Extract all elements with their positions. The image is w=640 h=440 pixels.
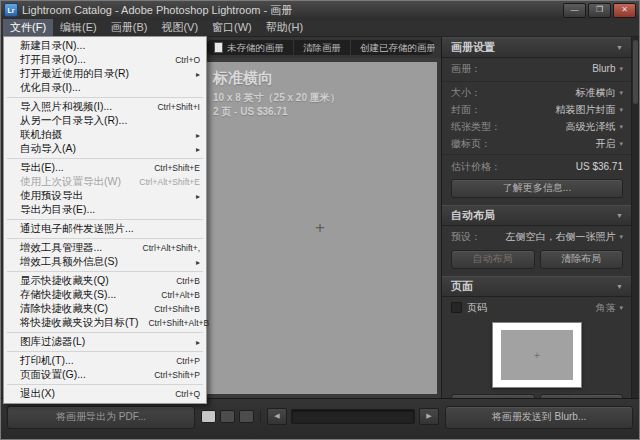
menu-item-email-photos[interactable]: 通过电子邮件发送照片... (4, 222, 206, 236)
prev-page-button[interactable]: ◀ (267, 408, 287, 425)
menu-item-plugin-extras[interactable]: 增效工具额外信息(S) ▸ (4, 255, 206, 269)
auto-layout-button[interactable]: 自动布局 (451, 250, 535, 269)
preset-select[interactable]: 左侧空白，右侧一张照片 (505, 230, 615, 243)
book-select[interactable]: Blurb (592, 62, 615, 75)
window-title: Lightroom Catalog - Adobe Photoshop Ligh… (22, 3, 559, 18)
menu-help[interactable]: 帮助(H) (259, 19, 310, 36)
panel-header-auto-layout[interactable]: 自动布局 ▼ (442, 205, 632, 226)
menu-item-import-from-catalog[interactable]: 从另一个目录导入(R)... (4, 114, 206, 128)
menu-edit[interactable]: 编辑(E) (53, 19, 104, 36)
size-select[interactable]: 标准横向 (575, 86, 615, 99)
menu-item-exit[interactable]: 退出(X) Ctrl+Q (4, 387, 206, 401)
titlebar: Lr Lightroom Catalog - Adobe Photoshop L… (1, 1, 639, 20)
menu-separator (7, 219, 203, 220)
multi-page-view-icon[interactable] (201, 410, 216, 423)
menu-item-label: 自动导入(A) (20, 142, 76, 156)
menu-item-show-quick-collection[interactable]: 显示快捷收藏夹(Q) Ctrl+B (4, 274, 206, 288)
estimated-price-value: US $36.71 (576, 160, 623, 173)
menu-item-label: 优化目录(I)... (20, 81, 81, 95)
cover-label: 封面： (451, 103, 481, 116)
book-page-spread[interactable]: 标准横向 10 x 8 英寸（25 x 20 厘米） 2 页 - US $36.… (203, 62, 437, 394)
unsaved-book-tab[interactable]: 未存储的画册 (205, 40, 293, 55)
unsaved-book-label: 未存储的画册 (227, 40, 284, 55)
menu-item-label: 打印机(T)... (20, 354, 74, 368)
menu-item-label: 导出为目录(E)... (20, 203, 95, 217)
estimated-price-label: 估计价格： (451, 160, 501, 173)
panel-title: 自动布局 (451, 208, 495, 223)
window-controls: — ❐ ✕ (563, 3, 636, 18)
menu-item-label: 使用预设导出 (20, 189, 83, 203)
menu-item-save-quick-collection[interactable]: 存储快捷收藏夹(S)... Ctrl+Alt+B (4, 288, 206, 302)
logo-page-select[interactable]: 开启 (595, 137, 615, 150)
menu-item-clear-quick-collection[interactable]: 清除快捷收藏夹(C) Ctrl+Shift+B (4, 302, 206, 316)
paper-type-select[interactable]: 高级光泽纸 (565, 120, 615, 133)
collapse-triangle-icon: ▼ (616, 212, 623, 219)
book-toolbar: 未存储的画册 清除画册 创建已存储的画册 (198, 37, 442, 59)
cover-select[interactable]: 精装图片封面 (555, 103, 615, 116)
menu-item-optimize-catalog[interactable]: 优化目录(I)... (4, 81, 206, 95)
panel-header-page[interactable]: 页面 ▼ (442, 276, 632, 297)
export-pdf-button[interactable]: 将画册导出为 PDF... (7, 406, 195, 429)
dropdown-arrow-icon: ▾ (619, 103, 623, 116)
page-thumbnail[interactable]: + (492, 322, 582, 388)
menu-file[interactable]: 文件(F) (3, 19, 53, 36)
page-scrubber[interactable] (291, 409, 415, 424)
page-number-checkbox[interactable] (451, 302, 462, 313)
menu-item-export-with-preset[interactable]: 使用预设导出 ▸ (4, 189, 206, 203)
menu-item-label: 增效工具管理器... (20, 241, 102, 255)
menu-item-auto-import[interactable]: 自动导入(A) ▸ (4, 142, 206, 156)
menu-shortcut: Ctrl+P (166, 356, 200, 366)
menu-book[interactable]: 画册(B) (104, 19, 155, 36)
book-label: 画册： (451, 62, 481, 75)
menu-item-label: 打开最近使用的目录(R) (20, 67, 129, 81)
right-panel: 画册设置 ▼ 画册： Blurb ▾ 大小： 标准横向 ▾ 封面： 精装图片封面… (441, 37, 639, 399)
clear-layout-button[interactable]: 清除布局 (540, 250, 624, 269)
submenu-arrow-icon: ▸ (196, 258, 200, 267)
dropdown-arrow-icon: ▾ (619, 230, 623, 243)
menu-item-import-photos[interactable]: 导入照片和视频(I)... Ctrl+Shift+I (4, 100, 206, 114)
clear-book-button[interactable]: 清除画册 (293, 40, 350, 55)
menu-shortcut: Ctrl+Shift+I (147, 102, 200, 112)
menu-shortcut: Ctrl+Alt+Shift+, (133, 243, 200, 253)
menu-item-open-recent[interactable]: 打开最近使用的目录(R) ▸ (4, 67, 206, 81)
menu-item-tethered-capture[interactable]: 联机拍摄 ▸ (4, 128, 206, 142)
menu-item-label: 将快捷收藏夹设为目标(T) (20, 316, 138, 330)
close-button[interactable]: ✕ (613, 3, 636, 18)
single-page-view-icon[interactable] (239, 410, 254, 423)
menu-item-label: 增效工具额外信息(S) (20, 255, 118, 269)
create-saved-book-button[interactable]: 创建已存储的画册 (350, 40, 435, 55)
menu-separator (7, 351, 203, 352)
menu-item-page-setup[interactable]: 页面设置(G)... Ctrl+Shift+P (4, 368, 206, 382)
minimize-button[interactable]: — (563, 3, 586, 18)
menu-view[interactable]: 视图(V) (154, 19, 205, 36)
panel-header-book-settings[interactable]: 画册设置 ▼ (442, 37, 632, 58)
menu-item-export-as-catalog[interactable]: 导出为目录(E)... (4, 203, 206, 217)
spread-view-icon[interactable] (220, 410, 235, 423)
menu-item-plugin-manager[interactable]: 增效工具管理器... Ctrl+Alt+Shift+, (4, 241, 206, 255)
book-dimensions: 10 x 8 英寸（25 x 20 厘米） (213, 91, 340, 105)
menu-item-new-catalog[interactable]: 新建目录(N)... (4, 39, 206, 53)
menu-item-printer[interactable]: 打印机(T)... Ctrl+P (4, 354, 206, 368)
menu-shortcut: Ctrl+Alt+Shift+E (129, 177, 200, 187)
corner-select[interactable]: 角落 (595, 301, 615, 314)
menu-item-set-quick-collection-target[interactable]: 将快捷收藏夹设为目标(T) Ctrl+Shift+Alt+B (4, 316, 206, 330)
page-info: 标准横向 10 x 8 英寸（25 x 20 厘米） 2 页 - US $36.… (213, 69, 340, 119)
page-thumbnail-area: + (442, 316, 632, 391)
menu-separator (7, 271, 203, 272)
dropdown-arrow-icon: ▾ (619, 137, 623, 150)
menu-item-open-catalog[interactable]: 打开目录(O)... Ctrl+O (4, 53, 206, 67)
page-thumbnail-inner: + (501, 330, 573, 380)
menu-item-export[interactable]: 导出(E)... Ctrl+Shift+E (4, 161, 206, 175)
next-page-button[interactable]: ▶ (419, 408, 439, 425)
menu-item-label: 页面设置(G)... (20, 368, 86, 382)
learn-more-button[interactable]: 了解更多信息... (451, 179, 623, 198)
send-to-blurb-button[interactable]: 将画册发送到 Blurb... (445, 406, 633, 429)
scrollbar-thumb[interactable] (633, 40, 638, 104)
submenu-arrow-icon: ▸ (196, 131, 200, 140)
menu-item-library-filters[interactable]: 图库过滤器(L) ▸ (4, 335, 206, 349)
book-preview: 标准横向 10 x 8 英寸（25 x 20 厘米） 2 页 - US $36.… (198, 58, 442, 399)
menu-window[interactable]: 窗口(W) (205, 19, 259, 36)
right-panel-scrollbar[interactable] (631, 37, 639, 399)
menu-item-label: 图库过滤器(L) (20, 335, 85, 349)
maximize-button[interactable]: ❐ (588, 3, 611, 18)
